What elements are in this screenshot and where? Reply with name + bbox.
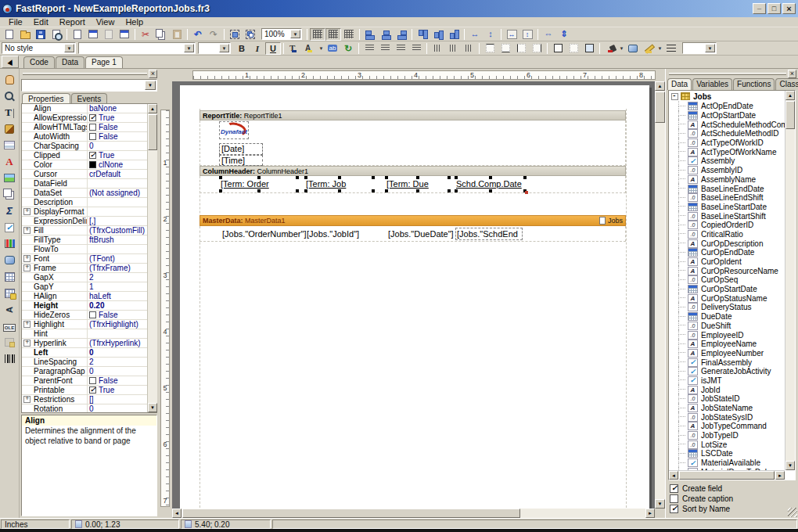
object-selector[interactable] (21, 79, 157, 92)
font-name-select[interactable] (78, 42, 196, 54)
field-node[interactable]: ActOpEndDate (669, 102, 795, 111)
data-field-text-object[interactable]: [Jobs."JobId"] (305, 228, 365, 240)
menu-item[interactable]: Help (120, 17, 149, 27)
property-row[interactable]: DisplayFormat (22, 207, 156, 217)
frame-none-button[interactable] (566, 42, 581, 55)
format-painter-icon[interactable] (1, 120, 19, 137)
line-color-button[interactable] (641, 42, 656, 55)
data-field-text-object[interactable]: [Jobs."OrderNumber"] (221, 228, 297, 240)
maximize-button[interactable] (767, 3, 781, 14)
fill-color-button[interactable] (602, 42, 618, 55)
center-vertically-button[interactable]: ↕ (519, 28, 535, 41)
field-node[interactable]: CopiedOrderID (669, 221, 795, 230)
show-grid-button[interactable] (310, 28, 325, 41)
field-node[interactable]: ActScheduleMethodID (669, 129, 795, 138)
crosstab-object-icon[interactable] (1, 268, 19, 285)
field-node[interactable]: isJMT (669, 376, 795, 386)
field-node[interactable]: CurOpDescription (669, 239, 795, 248)
valign-center-button[interactable] (445, 42, 461, 55)
report-page[interactable]: ReportTitle: ReportTitle1 Dynafact [Date… (180, 85, 649, 509)
style-select[interactable]: No style (2, 42, 76, 54)
redo-button[interactable]: ↷ (206, 28, 221, 41)
field-node[interactable]: JobStateSysID (669, 412, 795, 422)
property-row[interactable]: DataField (22, 179, 156, 189)
rtl-button[interactable]: ↻ (340, 42, 356, 55)
ungroup-button[interactable] (243, 28, 258, 41)
property-row[interactable]: ParentFont False (22, 376, 156, 386)
property-row[interactable]: Color clNone (22, 160, 156, 170)
property-row[interactable]: ParagraphGap 0 (22, 367, 156, 376)
inspector-tab[interactable]: Properties (22, 93, 70, 104)
data-panel-close-icon[interactable] (788, 70, 796, 78)
time-object[interactable]: [Time] (219, 155, 263, 166)
field-node[interactable]: JobStateID (669, 394, 795, 404)
property-row[interactable]: CharSpacing 0 (22, 142, 156, 151)
paste-button[interactable] (169, 28, 185, 41)
inspector-tab[interactable]: Events (71, 93, 108, 104)
field-node[interactable]: CurOpStartDate (669, 285, 795, 294)
property-row[interactable]: Clipped True (22, 151, 156, 160)
align-to-grid-button[interactable] (325, 28, 341, 41)
text-object-icon[interactable] (1, 104, 19, 120)
field-node[interactable]: JobTypeID (669, 431, 795, 440)
page-settings-button[interactable] (117, 28, 132, 41)
italic-button[interactable]: I (250, 42, 265, 55)
property-row[interactable]: Printable True (22, 386, 156, 395)
field-node[interactable]: ActOpStartDate (669, 111, 795, 120)
inspector-splitter[interactable] (23, 73, 147, 75)
column-header-band[interactable]: [Term: Order [Term: Job (200, 176, 626, 193)
fill-color-dropdown-icon[interactable] (618, 43, 625, 54)
tree-horizontal-scrollbar[interactable] (669, 470, 785, 480)
valign-top-button[interactable] (430, 42, 445, 55)
field-node[interactable]: DueDate (669, 312, 795, 322)
center-horizontally-button[interactable]: ↔ (504, 28, 519, 41)
field-node[interactable]: JobStateName (669, 404, 795, 413)
property-row[interactable]: Frame (TfrxFrame) (22, 264, 156, 273)
picture-object-icon[interactable] (1, 170, 19, 186)
group-button[interactable] (227, 28, 243, 41)
page-tab[interactable]: Code (23, 56, 55, 68)
align-lefts-button[interactable] (362, 28, 378, 41)
valign-bottom-button[interactable] (461, 42, 476, 55)
same-height-button[interactable]: ⇕ (556, 28, 572, 41)
property-row[interactable]: AllowExpressions True (22, 113, 156, 123)
line-color-dropdown-icon[interactable] (656, 43, 663, 54)
master-data-band-header[interactable]: MasterData: MasterData1 Jobs (200, 215, 626, 226)
menu-item[interactable]: Edit (28, 17, 54, 27)
align-rights-button[interactable] (394, 28, 409, 41)
delete-page-button[interactable] (101, 28, 117, 41)
field-node[interactable]: MaterialAvailable (669, 458, 795, 468)
align-tops-button[interactable] (415, 28, 430, 41)
property-row[interactable]: Hyperlink (TfrxHyperlink) (22, 339, 156, 348)
field-node[interactable]: EmployeeNumber (669, 349, 795, 358)
column-header-text-object[interactable]: [Term: Order (221, 178, 297, 191)
new-report-button[interactable] (2, 28, 17, 41)
frame-edit-button[interactable] (581, 42, 597, 55)
dataset-root-node[interactable]: Jobs (669, 91, 795, 102)
undo-button[interactable]: ↶ (190, 28, 206, 41)
data-field-text-object[interactable]: [Jobs."DueDate"] (386, 228, 451, 240)
vertical-text-icon[interactable] (1, 301, 19, 318)
field-node[interactable]: CurOpSeq (669, 275, 795, 285)
field-node[interactable]: JobId (669, 385, 795, 394)
space-horizontally-button[interactable]: ↔ (467, 28, 483, 41)
menu-item[interactable]: View (91, 17, 120, 27)
new-page-button[interactable] (70, 28, 85, 41)
field-node[interactable]: CriticalRatio (669, 230, 795, 239)
field-node[interactable]: Assembly (669, 156, 795, 166)
option-row[interactable]: Sort by Name (670, 504, 785, 514)
property-row[interactable]: Hint (22, 329, 156, 339)
data-field-text-object[interactable]: [Jobs."SchdEnd (455, 228, 523, 240)
property-row[interactable]: GapX 2 (22, 273, 156, 282)
fit-to-grid-button[interactable] (341, 28, 357, 41)
richtext-object-icon[interactable] (1, 153, 19, 170)
field-node[interactable]: BaseLineStartShift (669, 211, 795, 221)
save-report-button[interactable] (33, 28, 49, 41)
field-node[interactable]: AssemblyID (669, 166, 795, 175)
report-title-band-header[interactable]: ReportTitle: ReportTitle1 (200, 110, 626, 120)
property-row[interactable]: Left 0 (22, 348, 156, 358)
property-row[interactable]: AutoWidth False (22, 132, 156, 142)
resize-grip[interactable] (788, 508, 797, 517)
field-node[interactable]: EmployeeID (669, 330, 795, 340)
field-node[interactable]: ActTypeOfWorkID (669, 138, 795, 148)
